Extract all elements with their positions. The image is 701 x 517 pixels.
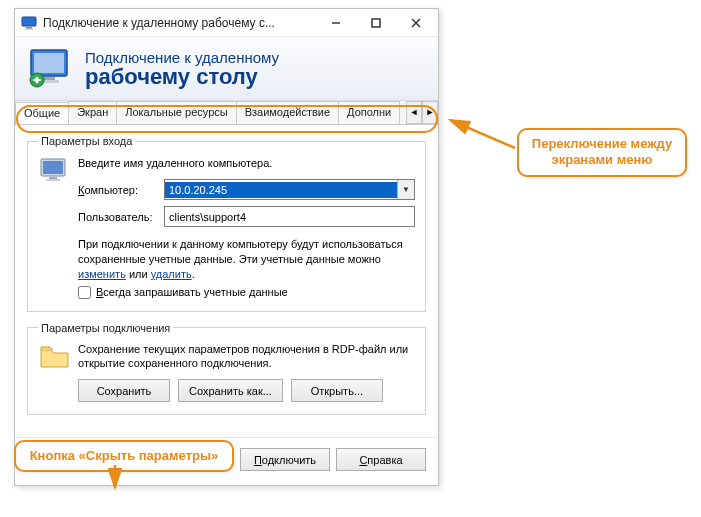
tab-scroll-left[interactable]: ◄ <box>406 101 422 124</box>
annotation-tabs-callout: Переключение между экранами меню <box>517 128 687 177</box>
tab-general[interactable]: Общие <box>15 102 69 124</box>
rdp-banner-icon <box>27 48 73 90</box>
svg-rect-15 <box>46 179 60 181</box>
tabs-bar: Общие Экран Локальные ресурсы Взаимодейс… <box>15 101 438 125</box>
rdp-window: Подключение к удаленному рабочему с... П… <box>14 8 439 486</box>
save-button[interactable]: Сохранить <box>78 379 170 402</box>
svg-rect-4 <box>372 19 380 27</box>
user-input[interactable] <box>164 206 415 227</box>
computer-combo[interactable]: ▼ <box>164 179 415 200</box>
login-group-legend: Параметры входа <box>38 135 135 147</box>
connection-description: Сохранение текущих параметров подключени… <box>78 342 415 372</box>
svg-line-16 <box>450 120 515 148</box>
minimize-button[interactable] <box>316 9 356 37</box>
annotation-hide-callout: Кнопка «Скрыть параметры» <box>14 440 234 472</box>
svg-rect-13 <box>43 161 63 174</box>
svg-rect-0 <box>22 17 36 26</box>
svg-rect-14 <box>49 177 57 179</box>
titlebar: Подключение к удаленному рабочему с... <box>15 9 438 37</box>
always-ask-label: Всегда запрашивать учетные данные <box>96 286 288 298</box>
help-button[interactable]: Справка <box>336 448 426 471</box>
computer-icon <box>38 155 78 189</box>
tab-experience[interactable]: Взаимодействие <box>236 101 339 124</box>
login-instruction: Введите имя удаленного компьютера. <box>78 157 415 169</box>
open-button[interactable]: Открыть... <box>291 379 383 402</box>
banner-text: Подключение к удаленному рабочему столу <box>85 49 279 88</box>
login-group: Параметры входа Введите имя удаленного к… <box>27 135 426 312</box>
banner-line2: рабочему столу <box>85 66 279 88</box>
chevron-down-icon[interactable]: ▼ <box>397 180 414 199</box>
app-icon <box>21 15 37 31</box>
close-button[interactable] <box>396 9 436 37</box>
svg-rect-2 <box>25 28 33 29</box>
connection-group-legend: Параметры подключения <box>38 322 173 334</box>
connect-button[interactable]: Подключить <box>240 448 330 471</box>
save-as-button[interactable]: Сохранить как... <box>178 379 283 402</box>
computer-label: Компьютер: <box>78 184 164 196</box>
edit-credentials-link[interactable]: изменить <box>78 268 126 280</box>
svg-rect-8 <box>34 53 64 73</box>
tab-local-resources[interactable]: Локальные ресурсы <box>116 101 236 124</box>
tab-display[interactable]: Экран <box>68 101 117 124</box>
saved-credentials-text: При подключении к данному компьютеру буд… <box>78 237 415 282</box>
user-label: Пользователь: <box>78 211 164 223</box>
tab-scroll-right[interactable]: ► <box>422 101 438 124</box>
banner: Подключение к удаленному рабочему столу <box>15 37 438 101</box>
folder-icon <box>38 342 78 372</box>
connection-group: Параметры подключения Сохранение текущих… <box>27 322 426 416</box>
svg-rect-9 <box>43 77 55 80</box>
always-ask-checkbox[interactable] <box>78 286 91 299</box>
computer-input[interactable] <box>165 182 397 198</box>
svg-rect-1 <box>26 27 32 29</box>
window-title: Подключение к удаленному рабочему с... <box>43 16 316 30</box>
maximize-button[interactable] <box>356 9 396 37</box>
tab-advanced[interactable]: Дополни <box>338 101 400 124</box>
delete-credentials-link[interactable]: удалить <box>151 268 192 280</box>
